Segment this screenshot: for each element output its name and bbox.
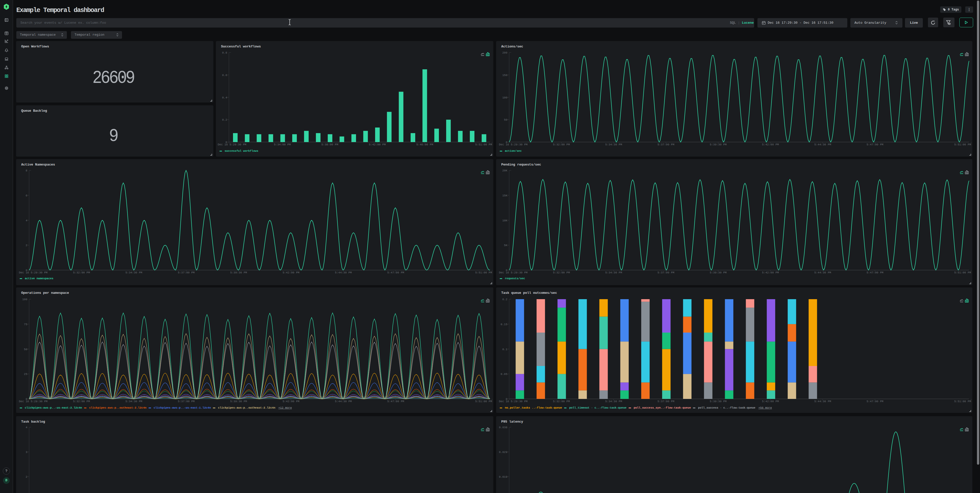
svg-text:5:51:00 PM: 5:51:00 PM <box>475 400 492 403</box>
svg-text:0.8: 0.8 <box>222 51 227 54</box>
svg-text:20K: 20K <box>502 169 508 172</box>
svg-text:2: 2 <box>25 244 27 247</box>
svg-text:75: 75 <box>24 323 27 326</box>
svg-text:5:39:30 PM: 5:39:30 PM <box>710 271 727 274</box>
svg-text:200: 200 <box>502 51 508 54</box>
svg-text:5:37:00 PM: 5:37:00 PM <box>657 143 674 146</box>
svg-text:5:51:00 PM: 5:51:00 PM <box>475 271 492 274</box>
svg-text:5:37:00 PM: 5:37:00 PM <box>178 271 195 274</box>
svg-text:50: 50 <box>504 118 508 121</box>
svg-text:0.038: 0.038 <box>499 426 508 429</box>
svg-text:5:32:00 PM: 5:32:00 PM <box>73 271 90 274</box>
svg-text:15K: 15K <box>502 194 508 197</box>
svg-text:6: 6 <box>25 194 27 197</box>
svg-text:2: 2 <box>25 476 27 479</box>
svg-text:5:39:30 PM: 5:39:30 PM <box>710 143 727 146</box>
svg-text:5:32:00 PM: 5:32:00 PM <box>553 400 570 403</box>
svg-text:5:47:00 PM: 5:47:00 PM <box>387 271 404 274</box>
svg-text:5:32:00 PM: 5:32:00 PM <box>73 400 90 403</box>
svg-text:5:34:30 PM: 5:34:30 PM <box>605 143 622 146</box>
svg-text:5:37:00 PM: 5:37:00 PM <box>657 271 674 274</box>
svg-text:5:47:00 PM: 5:47:00 PM <box>866 143 883 146</box>
svg-text:0.019: 0.019 <box>499 476 508 479</box>
svg-text:Dec 16 5:29:30 PM: Dec 16 5:29:30 PM <box>218 143 246 146</box>
svg-text:5:44:30 PM: 5:44:30 PM <box>815 400 831 403</box>
svg-text:5:37:00 PM: 5:37:00 PM <box>178 400 195 403</box>
svg-text:0.15: 0.15 <box>501 323 508 326</box>
svg-text:4: 4 <box>25 219 27 222</box>
svg-text:5:44:30 PM: 5:44:30 PM <box>815 271 831 274</box>
svg-text:5:38:00 PM: 5:38:00 PM <box>321 143 338 146</box>
svg-text:5:39:30 PM: 5:39:30 PM <box>230 400 247 403</box>
svg-text:5:44:30 PM: 5:44:30 PM <box>335 271 352 274</box>
svg-text:5:44:30 PM: 5:44:30 PM <box>815 143 831 146</box>
svg-text:0.2: 0.2 <box>222 118 227 121</box>
svg-text:5:37:00 PM: 5:37:00 PM <box>657 400 674 403</box>
svg-text:Dec 16 5:29:30 PM: Dec 16 5:29:30 PM <box>19 271 48 274</box>
svg-text:100: 100 <box>22 298 27 301</box>
svg-text:0.2: 0.2 <box>502 298 508 301</box>
svg-text:5:34:30 PM: 5:34:30 PM <box>605 271 622 274</box>
svg-text:0.029: 0.029 <box>499 451 508 454</box>
svg-text:0.1: 0.1 <box>502 348 508 351</box>
svg-text:5:46:00 PM: 5:46:00 PM <box>416 143 433 146</box>
svg-text:4: 4 <box>25 426 27 429</box>
svg-text:5:47:00 PM: 5:47:00 PM <box>387 400 404 403</box>
svg-text:5:47:00 PM: 5:47:00 PM <box>866 271 883 274</box>
svg-text:5:32:00 PM: 5:32:00 PM <box>553 143 570 146</box>
svg-text:5:39:30 PM: 5:39:30 PM <box>710 400 727 403</box>
svg-text:5:39:30 PM: 5:39:30 PM <box>230 271 247 274</box>
svg-text:0.6: 0.6 <box>222 74 227 77</box>
svg-text:0.4: 0.4 <box>222 96 227 99</box>
svg-text:3: 3 <box>25 451 27 454</box>
svg-text:5K: 5K <box>504 244 508 247</box>
svg-text:5:34:00 PM: 5:34:00 PM <box>274 143 291 146</box>
svg-text:5:51:00 PM: 5:51:00 PM <box>475 143 492 146</box>
svg-text:150: 150 <box>502 74 508 77</box>
svg-text:5:32:00 PM: 5:32:00 PM <box>553 271 570 274</box>
svg-text:100: 100 <box>502 96 508 99</box>
svg-text:5:42:00 PM: 5:42:00 PM <box>283 400 299 403</box>
svg-text:0.05: 0.05 <box>501 373 508 376</box>
svg-text:5:34:30 PM: 5:34:30 PM <box>125 271 142 274</box>
svg-text:5:42:00 PM: 5:42:00 PM <box>762 400 779 403</box>
svg-text:5:42:00 PM: 5:42:00 PM <box>369 143 386 146</box>
svg-text:Dec 16 5:29:30 PM: Dec 16 5:29:30 PM <box>499 143 528 146</box>
svg-text:5:34:30 PM: 5:34:30 PM <box>125 400 142 403</box>
svg-text:8: 8 <box>25 169 27 172</box>
svg-text:5:42:00 PM: 5:42:00 PM <box>762 271 779 274</box>
svg-text:Dec 16 5:29:30 PM: Dec 16 5:29:30 PM <box>499 400 528 403</box>
svg-text:25: 25 <box>24 373 27 376</box>
svg-text:10K: 10K <box>502 219 508 222</box>
svg-text:5:47:00 PM: 5:47:00 PM <box>866 400 883 403</box>
svg-text:5:51:00 PM: 5:51:00 PM <box>954 271 971 274</box>
svg-text:5:51:00 PM: 5:51:00 PM <box>954 143 971 146</box>
svg-text:50: 50 <box>24 348 27 351</box>
svg-text:Dec 16 5:29:30 PM: Dec 16 5:29:30 PM <box>499 271 528 274</box>
svg-text:5:44:30 PM: 5:44:30 PM <box>335 400 352 403</box>
svg-text:5:34:30 PM: 5:34:30 PM <box>605 400 622 403</box>
svg-text:5:42:00 PM: 5:42:00 PM <box>762 143 779 146</box>
svg-text:5:42:00 PM: 5:42:00 PM <box>283 271 299 274</box>
svg-text:5:51:00 PM: 5:51:00 PM <box>954 400 971 403</box>
svg-text:Dec 16 5:29:30 PM: Dec 16 5:29:30 PM <box>19 400 48 403</box>
